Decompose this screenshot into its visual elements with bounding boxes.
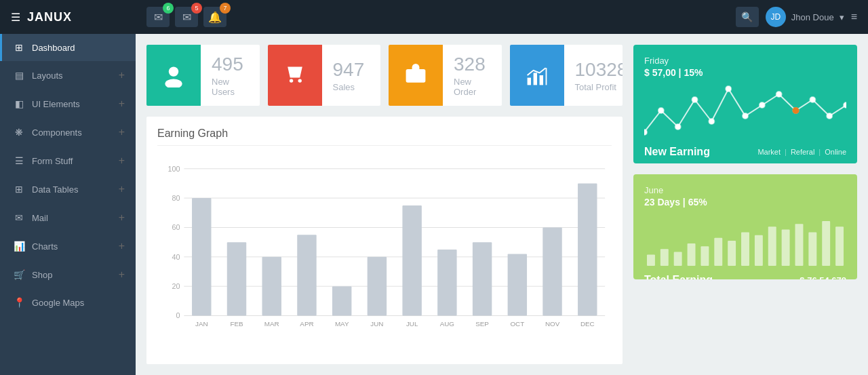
stat-cards: 495 New Users 947 Sales 328 New Order xyxy=(146,45,623,106)
sidebar-label-google-maps: Google Maps xyxy=(32,298,84,308)
link-separator: | xyxy=(785,148,787,156)
svg-text:AUG: AUG xyxy=(440,320,454,328)
bar-sep[interactable] xyxy=(473,242,492,315)
earning-graph-card: Earning Graph 020406080100JANFEBMARAPRMA… xyxy=(146,117,623,364)
svg-point-38 xyxy=(760,102,765,108)
sidebar-label-shop: Shop xyxy=(32,270,52,280)
bar-jul[interactable] xyxy=(402,205,421,316)
svg-text:SEP: SEP xyxy=(475,320,489,328)
content-area: 495 New Users 947 Sales 328 New Order xyxy=(136,34,868,375)
sidebar-plus-layouts[interactable]: + xyxy=(119,69,125,81)
stat-icon-profit xyxy=(510,45,564,106)
bar-aug[interactable] xyxy=(437,250,456,316)
sidebar-plus-mail[interactable]: + xyxy=(119,212,125,224)
total-earning-sub: 23 Days | 65% xyxy=(644,197,846,208)
stat-number-profit: 10328 xyxy=(575,59,623,81)
bar-may[interactable] xyxy=(332,286,351,315)
data-tables-icon: ⊞ xyxy=(13,184,25,195)
mail-icon: ✉ xyxy=(13,212,25,223)
google-maps-icon: 📍 xyxy=(13,297,25,308)
svg-point-0 xyxy=(169,66,178,76)
stat-info-users: 495 New Users xyxy=(201,45,260,105)
total-earning-footer: Total Earning $ 76,54,678 xyxy=(644,274,846,279)
sidebar-item-ui-elements[interactable]: ◧ UI Elements + xyxy=(0,90,136,118)
sidebar-plus-components[interactable]: + xyxy=(119,126,125,138)
total-earning-card: June 23 Days | 65% Total Earning $ 76,54… xyxy=(633,174,857,279)
total-earning-month: June xyxy=(644,185,846,195)
sidebar-plus-shop[interactable]: + xyxy=(119,269,125,281)
bar-jan[interactable] xyxy=(192,198,211,315)
sidebar-item-data-tables[interactable]: ⊞ Data Tables + xyxy=(0,175,136,203)
bar-chart-svg: 020406080100JANFEBMARAPRMAYJUNJULAUGSEPO… xyxy=(157,154,612,344)
sidebar-item-shop[interactable]: 🛒 Shop + xyxy=(0,260,136,289)
shop-icon: 🛒 xyxy=(13,269,25,280)
bar-apr[interactable] xyxy=(297,235,316,315)
user-menu[interactable]: JD Jhon Doue ▾ xyxy=(766,7,844,27)
svg-text:DEC: DEC xyxy=(580,320,595,328)
svg-text:APR: APR xyxy=(300,320,313,328)
sidebar-plus-ui-elements[interactable]: + xyxy=(119,98,125,110)
stat-card-orders: 328 New Order xyxy=(389,45,502,106)
topbar-menu-icon[interactable]: ≡ xyxy=(851,11,857,23)
graph-title: Earning Graph xyxy=(157,127,612,146)
user-dropdown-icon[interactable]: ▾ xyxy=(840,12,844,22)
svg-text:60: 60 xyxy=(172,223,180,231)
bar-jun[interactable] xyxy=(368,257,387,316)
svg-point-32 xyxy=(658,108,664,113)
stat-card-sales: 947 Sales xyxy=(268,45,381,106)
sidebar-label-dashboard: Dashboard xyxy=(32,43,75,53)
bar-mar[interactable] xyxy=(262,257,281,316)
bar-oct[interactable] xyxy=(508,254,527,315)
sidebar-label-ui-elements: UI Elements xyxy=(32,99,80,109)
bell-icon-badge: 7 xyxy=(220,3,231,14)
bar-nov[interactable] xyxy=(542,227,561,315)
stat-info-profit: 10328 Total Profit xyxy=(564,51,623,100)
charts-icon: 📊 xyxy=(13,241,25,252)
bar-feb[interactable] xyxy=(227,242,246,315)
sidebar-label-layouts: Layouts xyxy=(32,71,63,81)
stat-info-sales: 947 Sales xyxy=(322,51,376,100)
layouts-icon: ▤ xyxy=(13,70,25,81)
sidebar-item-charts[interactable]: 📊 Charts + xyxy=(0,232,136,260)
svg-point-43 xyxy=(844,102,846,108)
stat-icon-orders xyxy=(389,45,443,106)
dashboard-icon: ⊞ xyxy=(13,42,25,53)
svg-rect-59 xyxy=(835,226,844,266)
topbar-notification-icons: ✉ 6 ✉ 5 🔔 7 xyxy=(146,7,226,27)
svg-rect-2 xyxy=(406,69,426,83)
bell-icon[interactable]: 🔔 7 xyxy=(203,7,226,27)
svg-rect-5 xyxy=(539,75,542,85)
sidebar-label-data-tables: Data Tables xyxy=(32,184,78,195)
sidebar-label-components: Components xyxy=(32,127,82,138)
svg-text:0: 0 xyxy=(176,311,180,319)
sidebar: ☰ JANUX ⊞ Dashboard ▤ Layouts + ◧ UI Ele… xyxy=(0,0,136,375)
sidebar-plus-data-tables[interactable]: + xyxy=(119,183,125,195)
new-earning-link-referal[interactable]: Referal xyxy=(791,148,814,156)
sidebar-item-components[interactable]: ❋ Components + xyxy=(0,118,136,146)
stat-info-orders: 328 New Order xyxy=(443,45,502,105)
sidebar-plus-form-stuff[interactable]: + xyxy=(119,155,125,167)
hamburger-icon[interactable]: ☰ xyxy=(11,11,20,24)
bar-dec[interactable] xyxy=(578,183,597,315)
sidebar-item-form-stuff[interactable]: ☰ Form Stuff + xyxy=(0,146,136,175)
mail-icon[interactable]: ✉ 5 xyxy=(175,7,198,27)
svg-rect-6 xyxy=(545,68,547,85)
search-button[interactable]: 🔍 xyxy=(736,7,759,27)
sidebar-item-dashboard[interactable]: ⊞ Dashboard xyxy=(0,34,136,61)
svg-rect-54 xyxy=(768,226,776,266)
svg-text:JAN: JAN xyxy=(195,320,208,328)
new-earning-link-online[interactable]: Online xyxy=(825,148,846,156)
new-earning-card: Friday $ 57,00 | 15% New Earning Market|… xyxy=(633,45,857,163)
stat-number-sales: 947 xyxy=(333,59,365,81)
svg-rect-4 xyxy=(533,73,536,85)
mail-icon-badge: 5 xyxy=(191,3,202,14)
new-earning-link-market[interactable]: Market xyxy=(757,148,781,156)
form-stuff-icon: ☰ xyxy=(13,155,25,166)
sidebar-plus-charts[interactable]: + xyxy=(119,240,125,252)
sidebar-item-mail[interactable]: ✉ Mail + xyxy=(0,203,136,232)
sidebar-item-google-maps[interactable]: 📍 Google Maps xyxy=(0,289,136,316)
message-icon[interactable]: ✉ 6 xyxy=(146,7,170,27)
sidebar-item-layouts[interactable]: ▤ Layouts + xyxy=(0,61,136,90)
topbar: ✉ 6 ✉ 5 🔔 7 🔍 JD Jhon Doue ▾ ≡ xyxy=(136,0,868,34)
total-earning-title: Total Earning xyxy=(644,274,713,279)
